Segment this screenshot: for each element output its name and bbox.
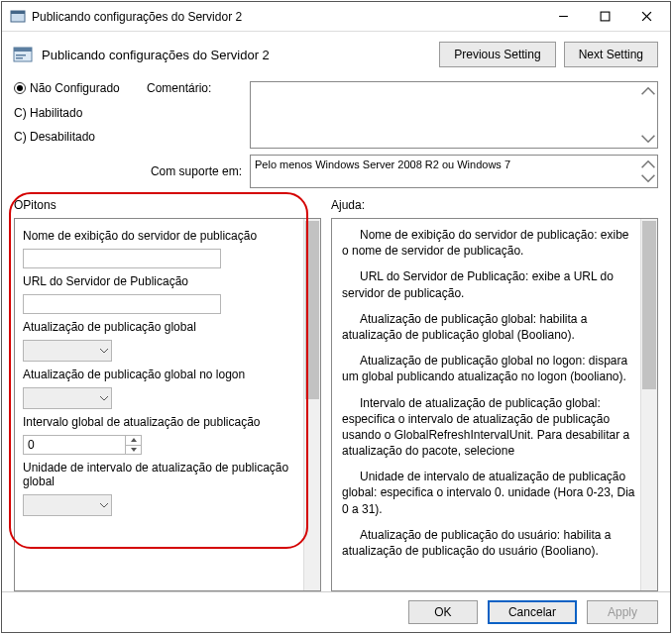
global-interval-spinner[interactable]: 0 (23, 435, 142, 455)
display-name-input[interactable] (23, 249, 221, 268)
gpo-settings-dialog: Publicando configurações do Servidor 2 P… (1, 1, 671, 633)
svg-rect-1 (11, 11, 25, 14)
ok-button[interactable]: OK (408, 600, 478, 624)
url-label: URL do Servidor de Publicação (23, 274, 296, 288)
apply-button[interactable]: Apply (587, 600, 658, 624)
svg-rect-8 (16, 54, 26, 56)
svg-rect-9 (16, 57, 23, 59)
help-panel: Nome de exibição do servidor de publicaç… (331, 218, 658, 591)
titlebar: Publicando configurações do Servidor 2 (2, 2, 670, 32)
comment-textarea[interactable] (250, 81, 658, 149)
global-refresh-logon-label: Atualização de publicação global no logo… (23, 368, 296, 381)
radio-enabled-label: C) Habilitado (14, 106, 82, 120)
global-interval-value[interactable]: 0 (24, 436, 125, 454)
svg-rect-3 (601, 12, 610, 21)
options-panel-label: OPitons (14, 198, 321, 212)
supported-on-box: Pelo menos Windows Server 2008 R2 ou Win… (250, 155, 658, 188)
global-interval-unit-combo[interactable] (23, 494, 112, 516)
window-title: Publicando configurações do Servidor 2 (32, 10, 543, 24)
dialog-footer: OK Cancelar Apply (2, 591, 670, 632)
chevron-down-icon (99, 500, 109, 510)
chevron-down-icon (99, 393, 109, 403)
header: Publicando configurações do Servidor 2 P… (2, 32, 670, 77)
scroll-down-icon[interactable] (640, 131, 656, 147)
display-name-label: Nome de exibição do servidor de publicaç… (23, 229, 296, 243)
radio-not-configured-label: Não Configurado (30, 81, 120, 95)
maximize-button[interactable] (585, 3, 624, 31)
options-column: OPitons Nome de exibição do servidor de … (14, 198, 321, 591)
global-refresh-logon-combo[interactable] (23, 387, 112, 409)
global-interval-label: Intervalo global de atualização de publi… (23, 415, 296, 429)
help-scrollbar[interactable] (640, 219, 657, 590)
radio-icon (14, 82, 26, 94)
help-text: Nome de exibição do servidor de publicaç… (332, 219, 657, 577)
global-refresh-label: Atualização de publicação global (23, 320, 296, 334)
main-area: OPitons Nome de exibição do servidor de … (2, 188, 670, 591)
comment-label: Comentário: (147, 81, 246, 95)
minimize-button[interactable] (543, 3, 583, 31)
scroll-thumb[interactable] (305, 221, 319, 399)
radio-not-configured[interactable]: Não Configurado (14, 81, 143, 95)
spin-up-icon[interactable] (125, 436, 141, 446)
global-refresh-combo[interactable] (23, 340, 112, 362)
radio-disabled-label: C) Desabilitado (14, 130, 95, 144)
app-icon (10, 9, 26, 25)
next-setting-button[interactable]: Next Setting (564, 42, 658, 67)
chevron-down-icon (99, 346, 109, 356)
policy-icon (12, 44, 34, 65)
scroll-up-icon[interactable] (640, 83, 656, 99)
radio-disabled[interactable]: C) Desabilitado (14, 130, 143, 144)
options-panel: Nome de exibição do servidor de publicaç… (14, 218, 321, 591)
spin-down-icon[interactable] (125, 446, 141, 455)
options-scrollbar[interactable] (303, 219, 320, 590)
supported-on-text: Pelo menos Windows Server 2008 R2 ou Win… (255, 158, 510, 170)
scroll-down-icon[interactable] (640, 170, 656, 186)
radio-enabled[interactable]: C) Habilitado (14, 106, 143, 120)
svg-rect-7 (14, 48, 32, 52)
close-button[interactable] (626, 3, 666, 31)
global-interval-unit-label: Unidade de intervalo de atualização de p… (23, 461, 296, 488)
header-title: Publicando configurações do Servidor 2 (42, 48, 431, 62)
help-column: Ajuda: Nome de exibição do servidor de p… (331, 198, 658, 591)
supported-label: Com suporte em: (147, 164, 246, 178)
previous-setting-button[interactable]: Previous Setting (439, 42, 555, 67)
cancel-button[interactable]: Cancelar (488, 600, 577, 624)
scroll-thumb[interactable] (642, 221, 656, 389)
help-panel-label: Ajuda: (331, 198, 658, 212)
url-input[interactable] (23, 294, 221, 314)
config-area: Não Configurado C) Habilitado C) Desabil… (2, 77, 670, 188)
